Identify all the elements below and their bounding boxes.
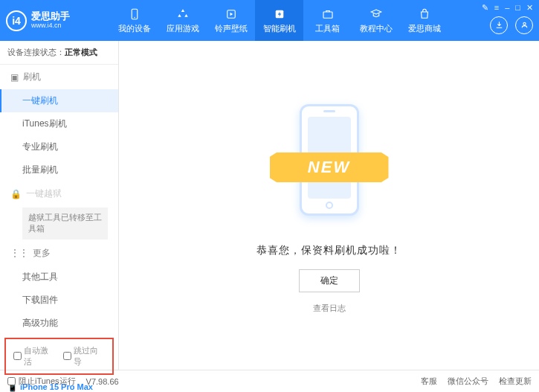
svg-point-1 (134, 16, 135, 18)
sidebar-item-pro[interactable]: 专业刷机 (0, 135, 118, 158)
version-label: V7.98.66 (86, 377, 119, 386)
close-icon[interactable]: ✕ (526, 3, 533, 13)
maximize-icon[interactable]: □ (515, 3, 520, 13)
tab-toolbox[interactable]: 工具箱 (303, 0, 352, 41)
auto-activate-checkbox[interactable]: 自动激活 (13, 345, 56, 367)
logo-subtitle: www.i4.cn (31, 22, 70, 30)
logo: i4 爱思助手 www.i4.cn (6, 10, 110, 31)
main-content: NEW 恭喜您，保资料刷机成功啦！ 确定 查看日志 (119, 41, 539, 370)
logo-title: 爱思助手 (31, 11, 70, 22)
toolbox-icon (321, 7, 335, 21)
sidebar-item-itunes[interactable]: iTunes刷机 (0, 112, 118, 135)
sidebar-item-advanced[interactable]: 高级功能 (0, 312, 118, 335)
tab-tutorial[interactable]: 教程中心 (352, 0, 400, 41)
tab-ringtone[interactable]: 铃声壁纸 (207, 0, 255, 41)
tab-flash[interactable]: 智能刷机 (255, 0, 303, 41)
apps-icon (176, 7, 190, 21)
flash-icon (273, 7, 286, 21)
download-button[interactable] (490, 16, 508, 34)
sidebar-item-batch[interactable]: 批量刷机 (0, 158, 118, 181)
device-status: 设备连接状态：正常模式 (0, 41, 118, 65)
logo-icon: i4 (6, 10, 27, 31)
nav-tabs: 我的设备 应用游戏 铃声壁纸 智能刷机 工具箱 教程中心 爱思商城 (110, 0, 448, 41)
tab-apps[interactable]: 应用游戏 (158, 0, 207, 41)
sidebar: 设备连接状态：正常模式 ▣ 刷机 一键刷机 iTunes刷机 专业刷机 批量刷机… (0, 41, 119, 370)
tab-my-device[interactable]: 我的设备 (110, 0, 158, 41)
view-log-link[interactable]: 查看日志 (313, 303, 346, 314)
device-icon (128, 7, 141, 21)
app-header: i4 爱思助手 www.i4.cn 我的设备 应用游戏 铃声壁纸 智能刷机 工具… (0, 0, 539, 41)
window-controls: ✎ ≡ – □ ✕ (482, 3, 533, 13)
section-flash[interactable]: ▣ 刷机 (0, 65, 118, 89)
jailbreak-note: 越狱工具已转移至工具箱 (22, 208, 108, 240)
minimize-icon[interactable]: – (505, 3, 509, 13)
phone-illustration: NEW (274, 97, 385, 231)
store-icon (418, 7, 431, 21)
lock-icon: 🔒 (10, 189, 22, 199)
sidebar-item-oneclick[interactable]: 一键刷机 (0, 89, 118, 112)
update-link[interactable]: 检查更新 (499, 376, 532, 387)
svg-point-5 (523, 22, 525, 25)
more-icon: ⋮⋮ (10, 248, 28, 258)
user-button[interactable] (515, 16, 533, 34)
service-link[interactable]: 客服 (421, 376, 437, 387)
options-highlight-box: 自动激活 跳过向导 (4, 338, 114, 375)
block-itunes-checkbox[interactable]: 阻止iTunes运行 (7, 376, 76, 387)
ok-button[interactable]: 确定 (299, 269, 360, 292)
svg-rect-4 (323, 12, 332, 18)
tab-store[interactable]: 爱思商城 (400, 0, 448, 41)
menu-icon[interactable]: ≡ (494, 3, 499, 13)
flash-section-icon: ▣ (10, 72, 19, 83)
section-jailbreak[interactable]: 🔒 一键越狱 (0, 181, 118, 206)
wechat-link[interactable]: 微信公众号 (448, 376, 488, 387)
tutorial-icon (369, 7, 383, 21)
section-more[interactable]: ⋮⋮ 更多 (0, 241, 118, 266)
sidebar-item-other[interactable]: 其他工具 (0, 266, 118, 289)
skip-guide-checkbox[interactable]: 跳过向导 (63, 345, 106, 367)
success-message: 恭喜您，保资料刷机成功啦！ (256, 244, 401, 257)
ringtone-icon (225, 7, 238, 21)
new-banner: NEW (270, 152, 389, 182)
feedback-icon[interactable]: ✎ (482, 3, 488, 13)
sidebar-item-firmware[interactable]: 下载固件 (0, 289, 118, 312)
